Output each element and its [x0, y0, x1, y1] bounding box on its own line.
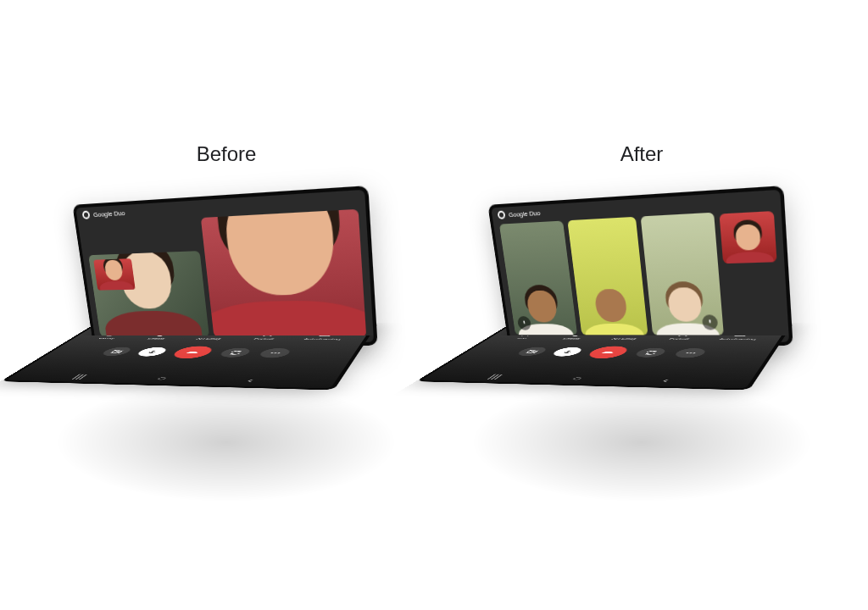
recents-nav-icon[interactable]: ||| [486, 374, 504, 379]
portrait-icon [259, 333, 276, 337]
device-fold: Google Duo [502, 190, 796, 479]
bottom-screen-controls: Family Effects AR Emoji Portrait [0, 323, 378, 390]
main-call-controls [459, 345, 774, 360]
participant-tile[interactable] [88, 251, 209, 336]
app-header: Google Duo [82, 208, 125, 219]
svg-point-13 [649, 329, 652, 330]
ar-emoji-button[interactable]: AR Emoji [181, 333, 242, 341]
participant-tile[interactable] [641, 213, 724, 336]
bottom-screen-controls: 4 Add Effects AR Emoji [415, 323, 793, 390]
back-nav-icon[interactable]: ‹ [242, 378, 260, 384]
end-call-icon [181, 349, 205, 355]
svg-rect-10 [523, 320, 525, 324]
svg-point-8 [274, 352, 277, 353]
end-call-button[interactable] [584, 346, 632, 358]
portrait-button[interactable]: Portrait [235, 333, 298, 341]
participant-count: 4 [643, 328, 660, 330]
home-nav-icon[interactable]: ○ [568, 376, 587, 381]
svg-rect-4 [320, 334, 331, 336]
autoframe-button[interactable]: Auto-framing [707, 333, 772, 341]
camera-flip-button[interactable] [632, 348, 669, 358]
svg-point-15 [571, 333, 583, 336]
people-icon [643, 328, 654, 330]
effects-icon [153, 333, 170, 337]
self-view-column [719, 211, 782, 336]
end-call-icon [596, 349, 620, 355]
camera-off-icon [108, 349, 125, 353]
app-logo-icon [498, 211, 506, 219]
video-grid-before [84, 209, 366, 337]
svg-point-7 [270, 352, 274, 353]
camera-flip-icon [642, 350, 659, 355]
participant-tile-main[interactable] [201, 209, 367, 337]
self-view-thumbnail[interactable] [719, 211, 776, 263]
svg-point-12 [647, 329, 649, 330]
mic-button[interactable] [549, 347, 586, 357]
autoframe-icon [732, 333, 749, 337]
mic-button[interactable] [134, 347, 170, 357]
app-logo-icon [82, 211, 91, 219]
camera-flip-icon [226, 350, 244, 355]
svg-rect-16 [678, 333, 688, 336]
ar-emoji-icon [620, 333, 637, 337]
mic-icon [559, 350, 576, 354]
video-grid-after [499, 209, 782, 336]
top-screen: Google Duo [487, 186, 793, 346]
after-label: After [620, 142, 664, 166]
svg-point-14 [526, 334, 530, 335]
svg-rect-3 [263, 333, 273, 336]
ar-emoji-button[interactable]: AR Emoji [596, 333, 658, 341]
app-name: Google Duo [508, 208, 540, 218]
more-icon [266, 351, 284, 356]
before-panel: Before Google Duo [48, 142, 404, 468]
camera-off-button[interactable] [98, 347, 135, 357]
portrait-button[interactable]: Portrait [650, 333, 714, 341]
mic-icon [143, 350, 161, 354]
before-label: Before [197, 142, 257, 166]
add-icon [519, 333, 537, 337]
participant-tile[interactable] [499, 221, 577, 336]
camera-off-icon [523, 349, 541, 353]
home-nav-icon[interactable]: ○ [153, 376, 171, 381]
svg-point-22 [693, 352, 696, 353]
autoframe-button[interactable]: Auto-framing [292, 333, 357, 341]
effect-controls: Add Effects AR Emoji Portrait [497, 333, 773, 341]
svg-point-5 [323, 335, 327, 336]
svg-point-0 [109, 334, 114, 335]
back-nav-icon[interactable]: ‹ [657, 378, 676, 384]
svg-point-20 [686, 352, 689, 353]
camera-flip-button[interactable] [217, 348, 253, 358]
svg-point-1 [114, 334, 117, 335]
ar-emoji-icon [204, 333, 222, 337]
more-icon [682, 351, 699, 356]
svg-point-21 [689, 352, 693, 353]
svg-point-9 [277, 352, 281, 353]
participant-tile[interactable] [567, 217, 648, 336]
foldable-device-after: Google Duo [489, 197, 794, 468]
effect-controls: Family Effects AR Emoji Portrait [81, 333, 358, 341]
main-call-controls [44, 345, 359, 360]
svg-point-2 [156, 333, 168, 336]
camera-off-button[interactable] [514, 347, 550, 357]
svg-rect-17 [735, 334, 747, 336]
app-name: Google Duo [92, 208, 125, 218]
system-nav: ||| ○ ‹ [426, 373, 752, 385]
more-button[interactable] [257, 348, 293, 358]
effects-icon [568, 333, 586, 337]
app-header: Google Duo [498, 208, 541, 219]
svg-rect-11 [709, 319, 710, 323]
recents-nav-icon[interactable]: ||| [70, 374, 89, 379]
more-button[interactable] [672, 348, 709, 358]
system-nav: ||| ○ ‹ [10, 373, 337, 385]
comparison-stage: Before Google Duo [0, 0, 868, 610]
family-icon [103, 333, 121, 337]
portrait-icon [674, 333, 692, 337]
autoframe-icon [316, 333, 334, 337]
top-screen: Google Duo [72, 186, 377, 346]
svg-point-18 [738, 335, 743, 336]
foldable-device-before: Google Duo [74, 197, 379, 468]
end-call-button[interactable] [169, 346, 217, 358]
device-fold: Google Duo [86, 190, 381, 479]
self-view-thumbnail[interactable] [93, 258, 136, 291]
after-panel: After Google Duo [464, 142, 820, 468]
